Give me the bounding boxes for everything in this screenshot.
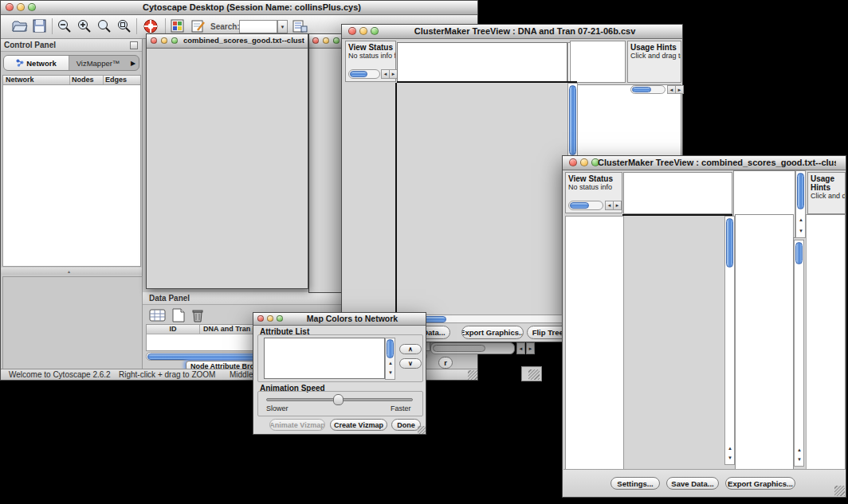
- close-icon[interactable]: [6, 3, 14, 11]
- tv1-status-scrollbar[interactable]: [348, 69, 380, 79]
- tv2-status-scrollbar[interactable]: [568, 201, 603, 210]
- tv2-resize-grip[interactable]: [834, 486, 845, 496]
- done-button[interactable]: Done: [391, 419, 421, 431]
- tv2-save-data-label: Save Data...: [671, 479, 713, 488]
- network-list: [2, 85, 141, 135]
- minimize-icon[interactable]: [17, 3, 25, 11]
- minimize-icon[interactable]: [359, 27, 367, 35]
- close-icon[interactable]: [312, 37, 319, 44]
- tv2-collabel-vscrollbar[interactable]: ▲ ▼: [795, 170, 806, 238]
- tv2-gene-labels: [806, 214, 846, 477]
- birds-eye-view[interactable]: [2, 276, 143, 372]
- tab-network-label: Network: [26, 59, 56, 68]
- zoom-selected-icon[interactable]: [116, 19, 132, 37]
- arrow-up-icon[interactable]: ▲: [728, 446, 732, 451]
- col-edges: Edges: [104, 76, 140, 84]
- attribute-select-icon[interactable]: [149, 308, 167, 326]
- tv1-view-status-title: View Status: [346, 41, 395, 52]
- tv2-zoom-vscrollbar[interactable]: ▲ ▼: [794, 240, 804, 467]
- close-icon[interactable]: [569, 158, 577, 166]
- tv2-view-status-title: View Status: [566, 173, 622, 183]
- tv1-heatmap[interactable]: [397, 83, 567, 314]
- tv2-usage-hints-panel: Usage Hints Click and drag to: [807, 172, 846, 214]
- create-vizmap-label: Create Vizmap: [334, 421, 383, 429]
- network1-view-canvas[interactable]: [147, 49, 308, 288]
- tv2-save-data-button[interactable]: Save Data...: [666, 477, 719, 490]
- main-title-bar[interactable]: Cytoscape Desktop (Session Name: collins…: [1, 1, 477, 15]
- minimize-icon[interactable]: [580, 158, 588, 166]
- tv1-export-graphics-button[interactable]: Export Graphics...: [461, 326, 524, 339]
- tv2-heat-vscrollbar[interactable]: ▲ ▼: [724, 216, 735, 465]
- tv1-column-dendrogram[interactable]: [397, 42, 567, 82]
- close-icon[interactable]: [151, 37, 157, 44]
- arrow-up-icon[interactable]: ▲: [797, 447, 802, 452]
- network-table-header[interactable]: Network Nodes Edges: [2, 75, 141, 85]
- minimize-icon[interactable]: [161, 37, 167, 44]
- tv2-button-bar: Settings... Save Data... Export Graphics…: [563, 469, 846, 497]
- tv2-row-dendrogram[interactable]: [565, 216, 624, 471]
- arrow-up-icon[interactable]: ▲: [388, 361, 393, 365]
- minimize-icon[interactable]: [267, 315, 273, 322]
- treeview2-title-bar[interactable]: ClusterMaker TreeView : combined_scores_…: [563, 156, 846, 170]
- maximize-icon[interactable]: [333, 37, 340, 44]
- treeview2-window: ClusterMaker TreeView : combined_scores_…: [562, 155, 846, 498]
- dialog-resize-grip[interactable]: [418, 426, 426, 434]
- dialog-title-bar[interactable]: Map Colors to Network: [253, 313, 426, 326]
- search-dropdown-icon[interactable]: ▼: [277, 20, 288, 33]
- network2-title-bar[interactable]: [309, 34, 342, 49]
- fragment-resize-grip[interactable]: [528, 369, 540, 380]
- maximize-icon[interactable]: [171, 37, 178, 44]
- map-colors-dialog: Map Colors to Network Attribute List ▲ ▼…: [253, 312, 426, 435]
- create-vizmap-button[interactable]: Create Vizmap: [330, 419, 387, 431]
- zoom-out-icon[interactable]: [57, 19, 72, 37]
- main-window-title: Cytoscape Desktop (Session Name: collins…: [36, 2, 468, 12]
- attribute-list-vscrollbar[interactable]: ▲ ▼: [385, 338, 395, 380]
- arrow-down-icon[interactable]: ▼: [799, 229, 803, 233]
- arrow-up-icon[interactable]: ▲: [799, 217, 803, 222]
- tab-overflow-button[interactable]: ▶: [127, 56, 139, 70]
- tv1-usage-scrollbar[interactable]: [630, 85, 665, 94]
- fragment-hscrollbar[interactable]: [430, 342, 515, 354]
- arrow-down-icon[interactable]: ▼: [388, 370, 393, 375]
- treeview1-title-bar[interactable]: ClusterMaker TreeView : DNA and Tran 07-…: [342, 25, 682, 39]
- tv2-view-status-text: No status info: [566, 183, 622, 191]
- tv2-heatmap[interactable]: [624, 216, 723, 465]
- control-panel-tabs: Network VizMapper™ ▶: [3, 55, 139, 71]
- hidden-button-fragment[interactable]: r: [438, 357, 453, 369]
- attribute-listbox[interactable]: [264, 338, 385, 379]
- maximize-icon[interactable]: [277, 315, 283, 322]
- delete-attribute-icon[interactable]: [190, 308, 205, 326]
- scroll-left-icon[interactable]: ◄: [516, 342, 525, 354]
- treeview2-title: ClusterMaker TreeView : combined_scores_…: [598, 158, 836, 167]
- move-down-button[interactable]: ∨: [399, 358, 422, 369]
- speed-slider-thumb[interactable]: [333, 394, 344, 405]
- zoom-fit-icon[interactable]: [96, 19, 112, 37]
- animate-vizmap-button[interactable]: Animate Vizmap: [269, 419, 325, 431]
- scroll-right-icon[interactable]: ►: [613, 201, 622, 210]
- scroll-right-icon[interactable]: ►: [675, 85, 684, 94]
- zoom-in-icon[interactable]: [77, 19, 92, 37]
- tab-network[interactable]: Network: [4, 56, 69, 70]
- tv1-row-dendrogram[interactable]: [345, 83, 395, 314]
- tv2-export-graphics-button[interactable]: Export Graphics...: [725, 477, 795, 490]
- open-folder-icon[interactable]: [12, 19, 28, 36]
- maximize-icon[interactable]: [28, 3, 36, 11]
- network1-title-bar[interactable]: combined_scores_good.txt--cluste...: [147, 34, 308, 49]
- panel-divider[interactable]: ▴: [1, 268, 142, 275]
- new-attribute-icon[interactable]: [171, 308, 186, 326]
- arrow-down-icon[interactable]: ▼: [728, 455, 732, 460]
- col-network: Network: [3, 76, 70, 84]
- search-input[interactable]: [239, 20, 277, 33]
- close-icon[interactable]: [348, 27, 356, 35]
- move-up-button[interactable]: ∧: [399, 344, 422, 354]
- float-window-icon[interactable]: [130, 41, 138, 49]
- move-up-label: ∧: [408, 346, 413, 353]
- tv2-settings-button[interactable]: Settings...: [610, 477, 660, 490]
- tv1-zoom-heatmap: [583, 96, 620, 133]
- minimize-icon[interactable]: [323, 37, 329, 44]
- save-icon[interactable]: [33, 19, 47, 36]
- scroll-right-icon[interactable]: ►: [526, 342, 535, 354]
- close-icon[interactable]: [257, 315, 264, 322]
- tab-vizmapper[interactable]: VizMapper™: [69, 56, 127, 70]
- arrow-down-icon[interactable]: ▼: [797, 457, 802, 462]
